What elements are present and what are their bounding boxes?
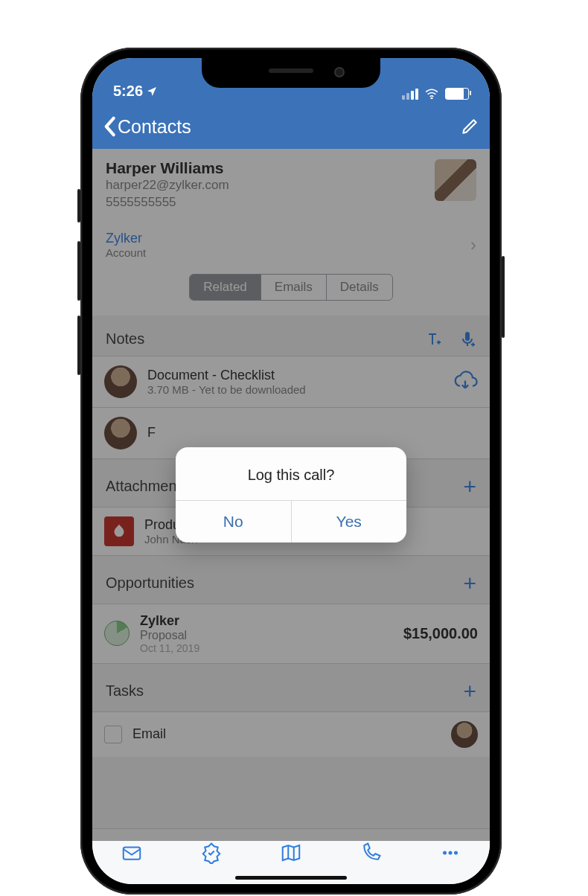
more-icon[interactable] xyxy=(439,842,461,864)
phone-frame: 5:26 Contacts xyxy=(80,48,502,895)
call-icon[interactable] xyxy=(359,842,382,864)
chevron-left-icon xyxy=(103,116,116,137)
log-call-dialog: Log this call? No Yes xyxy=(176,447,406,543)
svg-point-0 xyxy=(431,97,432,99)
location-icon xyxy=(146,86,158,97)
mail-icon[interactable] xyxy=(121,842,143,864)
signal-icon xyxy=(402,89,418,100)
svg-point-4 xyxy=(448,851,452,855)
svg-point-5 xyxy=(454,851,458,855)
status-time: 5:26 xyxy=(113,83,143,100)
edit-button[interactable] xyxy=(460,117,479,136)
home-indicator[interactable] xyxy=(235,876,347,880)
dialog-yes-button[interactable]: Yes xyxy=(292,501,407,543)
map-icon[interactable] xyxy=(280,842,302,864)
wifi-icon xyxy=(424,89,439,99)
svg-rect-2 xyxy=(124,848,141,860)
svg-point-3 xyxy=(443,851,447,855)
dialog-title: Log this call? xyxy=(176,447,406,500)
back-button[interactable]: Contacts xyxy=(103,116,191,138)
notch xyxy=(202,58,380,88)
nav-bar: Contacts xyxy=(92,104,490,149)
checkin-icon[interactable] xyxy=(200,842,223,864)
content-area[interactable]: Harper Williams harper22@zylker.com 5555… xyxy=(92,149,490,841)
back-label: Contacts xyxy=(118,116,191,138)
battery-icon xyxy=(445,88,469,100)
dialog-no-button[interactable]: No xyxy=(176,501,292,543)
modal-overlay[interactable]: Log this call? No Yes xyxy=(92,149,490,841)
pencil-icon xyxy=(460,117,479,136)
